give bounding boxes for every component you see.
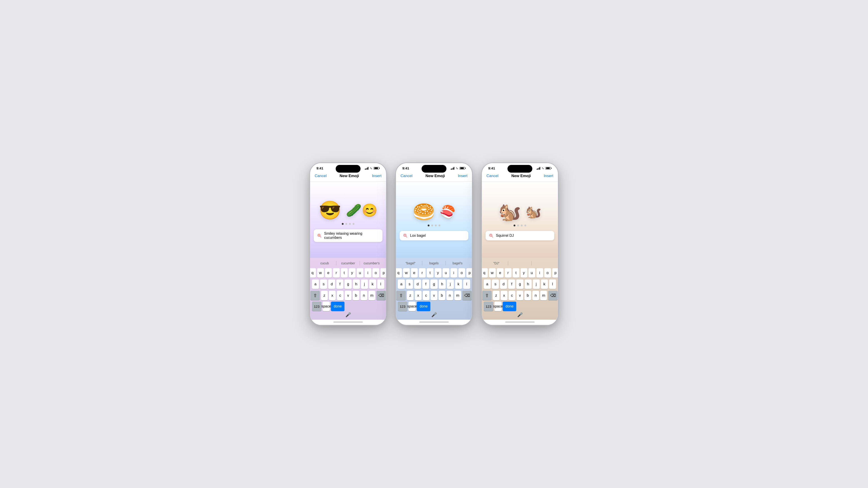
autocomplete-3-3[interactable] [532,260,555,266]
done-key-3[interactable]: done [503,302,516,311]
emoji-primary-3[interactable]: 🐿️ [498,203,521,221]
key-q-3[interactable]: q [482,268,488,278]
dot-1-2[interactable] [345,223,347,225]
mic-icon-1[interactable]: 🎤 [345,312,351,318]
space-key-3[interactable]: space [494,302,502,311]
key-s-1[interactable]: s [320,280,327,289]
key-r-2[interactable]: r [419,268,426,278]
key-o-1[interactable]: o [373,268,379,278]
key-j-3[interactable]: j [533,280,540,289]
emoji-primary-1[interactable]: 😎 [319,201,341,219]
key-e-2[interactable]: e [411,268,418,278]
backspace-key-2[interactable]: ⌫ [462,291,472,300]
key-x-2[interactable]: x [415,291,422,300]
key-e-1[interactable]: e [325,268,332,278]
key-x-1[interactable]: x [329,291,336,300]
dot-2-4[interactable] [438,225,440,226]
dot-3-1[interactable] [514,225,515,226]
key-k-2[interactable]: k [455,280,462,289]
emoji-primary-2[interactable]: 🥯 [412,203,435,221]
key-u-1[interactable]: u [357,268,364,278]
key-a-3[interactable]: a [484,280,491,289]
key-j-1[interactable]: j [361,280,368,289]
key-l-3[interactable]: l [549,280,556,289]
search-bar-2[interactable]: Lox bagel [400,231,468,240]
key-g-3[interactable]: g [516,280,523,289]
emoji-secondary-3[interactable]: 🐿️ [526,205,541,218]
key-n-2[interactable]: n [446,291,453,300]
key-t-2[interactable]: t [427,268,434,278]
autocomplete-1-1[interactable]: cucub [313,260,336,266]
key-z-1[interactable]: z [321,291,328,300]
key-s-3[interactable]: s [492,280,499,289]
cancel-button-1[interactable]: Cancel [315,174,327,178]
key-f-3[interactable]: f [508,280,515,289]
key-p-3[interactable]: p [552,268,559,278]
shift-key-1[interactable]: ⇧ [310,291,320,300]
key-v-1[interactable]: v [345,291,351,300]
key-v-3[interactable]: v [517,291,523,300]
num-key-1[interactable]: 123 [312,302,321,311]
num-key-3[interactable]: 123 [484,302,493,311]
key-h-3[interactable]: h [525,280,532,289]
key-z-3[interactable]: z [493,291,500,300]
key-q-2[interactable]: q [396,268,402,278]
shift-key-2[interactable]: ⇧ [396,291,406,300]
key-b-3[interactable]: b [524,291,531,300]
key-p-2[interactable]: p [466,268,473,278]
key-n-1[interactable]: n [361,291,367,300]
key-m-1[interactable]: m [368,291,375,300]
search-bar-1[interactable]: Smiley relaxing wearing cucumbers [314,229,382,242]
key-i-3[interactable]: i [536,268,543,278]
autocomplete-1-2[interactable]: cucumber [336,260,360,266]
backspace-key-1[interactable]: ⌫ [376,291,386,300]
mic-icon-2[interactable]: 🎤 [431,312,437,318]
key-u-2[interactable]: u [442,268,450,278]
key-u-3[interactable]: u [528,268,535,278]
key-l-1[interactable]: l [377,280,384,289]
autocomplete-3-2[interactable] [508,260,532,266]
key-y-2[interactable]: y [435,268,441,278]
key-t-3[interactable]: t [513,268,520,278]
key-k-1[interactable]: k [369,280,376,289]
cancel-button-2[interactable]: Cancel [401,174,412,178]
dot-1-3[interactable] [349,223,351,225]
key-x-3[interactable]: x [501,291,507,300]
key-f-2[interactable]: f [422,280,429,289]
key-i-1[interactable]: i [365,268,371,278]
dot-1-4[interactable] [352,223,354,225]
key-p-1[interactable]: p [380,268,387,278]
backspace-key-3[interactable]: ⌫ [548,291,558,300]
key-h-1[interactable]: h [353,280,360,289]
key-o-2[interactable]: o [458,268,465,278]
key-l-2[interactable]: l [463,280,470,289]
key-w-1[interactable]: w [317,268,324,278]
insert-button-1[interactable]: Insert [372,174,381,178]
key-y-3[interactable]: y [521,268,527,278]
key-a-1[interactable]: a [312,280,319,289]
mic-icon-3[interactable]: 🎤 [517,312,523,318]
key-b-1[interactable]: b [352,291,360,300]
key-c-2[interactable]: c [423,291,430,300]
num-key-2[interactable]: 123 [398,302,407,311]
key-r-3[interactable]: r [505,268,512,278]
key-y-1[interactable]: y [349,268,355,278]
dot-1-1[interactable] [342,223,344,225]
key-h-2[interactable]: h [439,280,446,289]
key-g-1[interactable]: g [344,280,351,289]
shift-key-3[interactable]: ⇧ [482,291,492,300]
dot-3-2[interactable] [517,225,519,226]
search-bar-3[interactable]: Squirrel DJ [486,231,554,240]
key-r-1[interactable]: r [333,268,340,278]
key-j-2[interactable]: j [447,280,454,289]
key-d-2[interactable]: d [414,280,421,289]
emoji-secondary-2[interactable]: 🍣 [440,205,456,218]
dot-2-2[interactable] [431,225,433,226]
key-d-1[interactable]: d [328,280,335,289]
space-key-1[interactable]: space [322,302,330,311]
key-c-3[interactable]: c [508,291,515,300]
key-i-2[interactable]: i [451,268,457,278]
insert-button-2[interactable]: Insert [458,174,467,178]
key-w-3[interactable]: w [489,268,496,278]
key-a-2[interactable]: a [398,280,405,289]
